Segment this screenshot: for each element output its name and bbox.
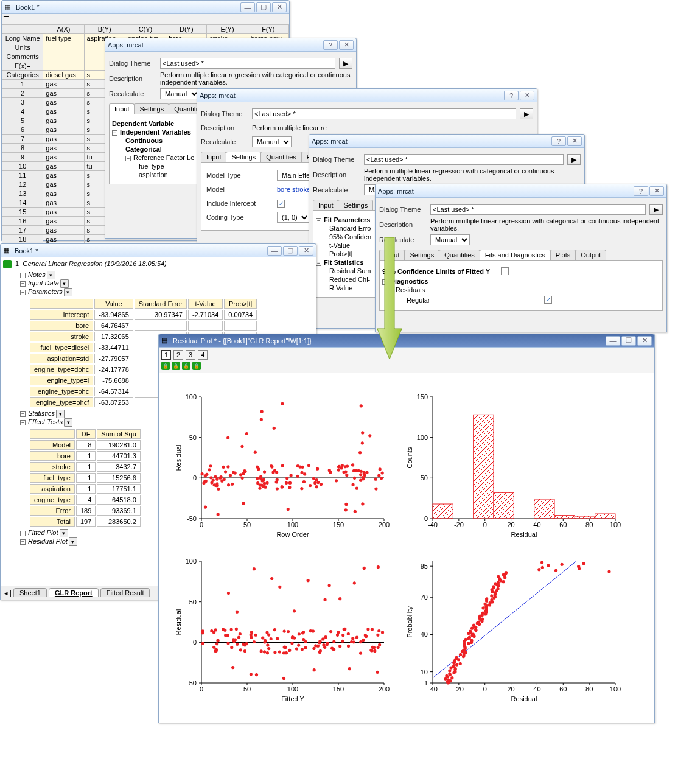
notes-node[interactable]: Notes: [28, 271, 46, 278]
include-intercept-checkbox[interactable]: [277, 200, 285, 208]
tab-input[interactable]: Input: [313, 200, 338, 210]
collapse-icon[interactable]: −: [316, 261, 321, 266]
tab-quantities[interactable]: Quantities: [260, 152, 302, 162]
categorical-label: Categorical: [125, 145, 162, 153]
help-button[interactable]: ?: [551, 136, 566, 146]
dropdown-icon[interactable]: ▾: [47, 271, 55, 279]
recalculate-select[interactable]: Manual: [160, 88, 200, 99]
svg-point-478: [490, 594, 493, 597]
tab-fits-diagnostics[interactable]: Fits and Diagnostics: [480, 250, 551, 260]
dialog-theme-input[interactable]: [430, 204, 646, 215]
svg-point-80: [240, 445, 243, 448]
tab-plots[interactable]: Plots: [550, 250, 576, 260]
svg-text:Residual: Residual: [511, 695, 537, 702]
dropdown-icon[interactable]: ▾: [60, 529, 68, 537]
maximize-button[interactable]: ▢: [256, 2, 271, 12]
expand-icon[interactable]: +: [20, 281, 26, 287]
lock-icon: 🔒: [161, 362, 170, 370]
collapse-icon[interactable]: −: [125, 156, 131, 161]
lock-icon: 🔒: [182, 362, 190, 370]
close-button[interactable]: ✕: [272, 2, 287, 12]
independent-variables-label: Independent Variables: [120, 128, 191, 136]
tab-settings[interactable]: Settings: [338, 200, 373, 210]
svg-point-142: [232, 471, 235, 474]
expand-icon[interactable]: +: [20, 531, 26, 536]
svg-point-103: [256, 477, 259, 480]
svg-point-138: [329, 471, 332, 474]
dropdown-icon[interactable]: ▾: [64, 288, 72, 296]
dropdown-icon[interactable]: ▾: [60, 279, 69, 288]
svg-text:100: 100: [287, 685, 298, 693]
plot-window[interactable]: ▤ Residual Plot * - {[Book1]"GLR Report"…: [158, 334, 655, 723]
svg-text:200: 200: [379, 685, 390, 693]
tab-output[interactable]: Output: [575, 250, 606, 260]
minimize-button[interactable]: ―: [606, 336, 620, 346]
minimize-button[interactable]: ―: [267, 246, 282, 256]
close-button[interactable]: ✕: [567, 136, 582, 146]
theme-flyout-button[interactable]: ▶: [339, 58, 352, 69]
dropdown-icon[interactable]: ▾: [64, 418, 72, 427]
residual-plot-node[interactable]: Residual Plot: [28, 537, 68, 545]
minimize-button[interactable]: ―: [240, 2, 255, 12]
layer-button-2[interactable]: 2: [173, 350, 183, 360]
dropdown-icon[interactable]: ▾: [69, 537, 77, 546]
help-button[interactable]: ?: [323, 40, 338, 50]
close-button[interactable]: ✕: [339, 40, 354, 50]
expand-icon[interactable]: +: [20, 539, 26, 545]
tab-settings[interactable]: Settings: [226, 152, 261, 162]
tab-settings[interactable]: Settings: [404, 250, 439, 260]
theme-flyout-button[interactable]: ▶: [520, 108, 533, 119]
dialog-theme-input[interactable]: [364, 154, 564, 165]
effect-tests-node[interactable]: Effect Tests: [28, 418, 63, 425]
tab-settings[interactable]: Settings: [134, 103, 169, 114]
svg-point-338: [313, 668, 316, 671]
tab-input[interactable]: Input: [201, 152, 226, 162]
dialog-theme-input[interactable]: [252, 108, 516, 119]
recalculate-select[interactable]: Manual: [252, 136, 292, 147]
layer-button-1[interactable]: 1: [161, 350, 171, 360]
input-data-node[interactable]: Input Data: [28, 279, 59, 287]
confidence-limits-checkbox[interactable]: [501, 267, 509, 275]
svg-text:20: 20: [507, 521, 514, 528]
statistics-node[interactable]: Statistics: [28, 410, 55, 417]
regular-checkbox[interactable]: [544, 296, 552, 304]
coding-type-select[interactable]: (1, 0): [277, 212, 310, 223]
fitted-plot-node[interactable]: Fitted Plot: [28, 529, 58, 536]
dialog-mrcat-4[interactable]: Apps: mrcat ?✕ Dialog Theme ▶ Descriptio…: [375, 184, 667, 332]
tab-input[interactable]: Input: [379, 250, 405, 260]
help-button[interactable]: ?: [504, 91, 519, 100]
expand-icon[interactable]: +: [20, 273, 26, 278]
tab-quantities[interactable]: Quantities: [439, 250, 480, 260]
maximize-button[interactable]: ▢: [283, 246, 298, 256]
close-button[interactable]: ✕: [520, 91, 534, 100]
collapse-icon[interactable]: −: [20, 420, 26, 425]
close-button[interactable]: ✕: [637, 336, 652, 346]
restore-button[interactable]: ❐: [621, 336, 636, 346]
close-button[interactable]: ✕: [649, 186, 664, 196]
svg-point-300: [366, 628, 369, 631]
svg-point-116: [285, 481, 288, 485]
svg-text:Fitted Y: Fitted Y: [281, 695, 304, 702]
expand-icon[interactable]: +: [20, 411, 26, 417]
svg-point-339: [284, 646, 287, 649]
dialog-theme-input[interactable]: [160, 58, 335, 69]
collapse-icon[interactable]: −: [382, 279, 388, 285]
theme-flyout-button[interactable]: ▶: [649, 204, 663, 215]
layer-button-3[interactable]: 3: [186, 350, 195, 360]
svg-point-24: [281, 402, 284, 405]
svg-text:50: 50: [243, 685, 251, 693]
collapse-icon[interactable]: −: [20, 290, 26, 295]
svg-point-333: [216, 639, 219, 642]
layer-button-4[interactable]: 4: [198, 350, 208, 360]
help-button[interactable]: ?: [634, 186, 648, 196]
recalculate-select[interactable]: Manual: [430, 234, 470, 245]
parameters-node[interactable]: Parameters: [28, 288, 63, 295]
dropdown-icon[interactable]: ▾: [56, 410, 65, 418]
model-type-label: Model Type: [206, 172, 273, 179]
close-button[interactable]: ✕: [299, 246, 313, 256]
svg-point-135: [254, 451, 257, 454]
tab-input[interactable]: Input: [109, 103, 135, 114]
collapse-icon[interactable]: −: [316, 218, 321, 223]
collapse-icon[interactable]: −: [112, 130, 117, 136]
theme-flyout-button[interactable]: ▶: [567, 154, 581, 165]
